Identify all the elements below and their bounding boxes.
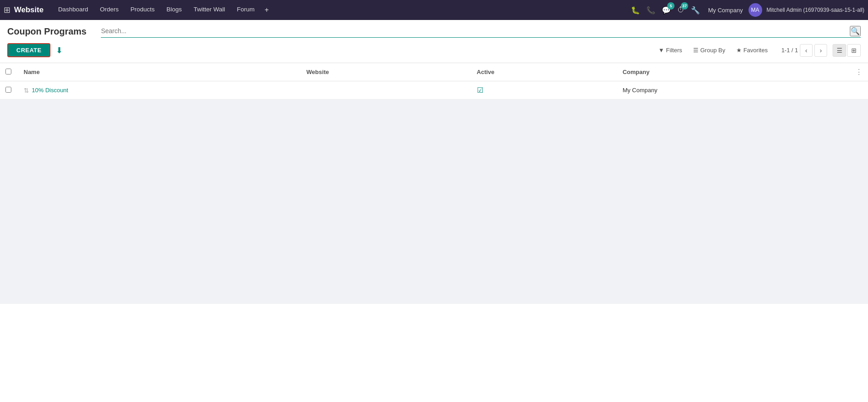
- company-col-label: Company: [623, 69, 650, 75]
- page-content: Coupon Programs 🔍 CREATE ⬇ ▼ Filters ☰ G…: [0, 20, 868, 402]
- star-icon: ★: [736, 47, 742, 54]
- search-area: 🔍: [101, 25, 861, 38]
- user-label: Mitchell Admin (16970939-saas-15-1-all): [767, 7, 864, 13]
- table-container: Name Website Active: [0, 63, 868, 99]
- nav-icons-group: 🐛 📞 💬5 ⏱37 🔧 My Company MA Mitchell Admi…: [629, 3, 864, 17]
- col-header-active[interactable]: Active: [471, 63, 617, 81]
- row-checkbox[interactable]: [5, 87, 11, 93]
- name-col-label: Name: [24, 69, 40, 75]
- create-button[interactable]: CREATE: [7, 43, 50, 57]
- list-view-button[interactable]: ☰: [833, 44, 846, 57]
- nav-item-blogs[interactable]: Blogs: [161, 4, 187, 16]
- row-more-cell: [850, 81, 868, 99]
- active-check-icon: ☑: [477, 86, 483, 94]
- settings-icon[interactable]: 🔧: [689, 4, 702, 16]
- row-company-cell: My Company: [617, 81, 850, 99]
- coupon-programs-table: Name Website Active: [0, 63, 868, 99]
- nav-item-products[interactable]: Products: [125, 4, 160, 16]
- empty-area: [0, 99, 868, 304]
- chat-icon[interactable]: 💬5: [660, 4, 673, 16]
- search-input[interactable]: [101, 25, 850, 36]
- row-active-cell[interactable]: ☑: [471, 81, 617, 99]
- nav-items: Dashboard Orders Products Blogs Twitter …: [53, 4, 624, 16]
- select-all-header[interactable]: [0, 63, 18, 81]
- website-col-label: Website: [307, 69, 329, 75]
- column-options-button[interactable]: ⋮: [855, 68, 863, 76]
- bug-icon[interactable]: 🐛: [629, 4, 642, 16]
- action-bar: CREATE ⬇ ▼ Filters ☰ Group By ★ Favorite…: [0, 41, 868, 63]
- next-page-button[interactable]: ›: [814, 44, 827, 57]
- groupby-icon: ☰: [693, 47, 699, 54]
- favorites-button[interactable]: ★ Favorites: [732, 45, 772, 55]
- prev-page-button[interactable]: ‹: [800, 44, 813, 57]
- col-header-company[interactable]: Company: [617, 63, 850, 81]
- select-all-checkbox[interactable]: [5, 69, 11, 74]
- filter-area: ▼ Filters ☰ Group By ★ Favorites 1-1 / 1…: [654, 44, 861, 57]
- filters-label: Filters: [666, 47, 682, 54]
- groupby-button[interactable]: ☰ Group By: [689, 45, 730, 55]
- company-name[interactable]: My Company: [708, 7, 743, 14]
- view-toggle: ☰ ⊞: [833, 44, 861, 57]
- col-header-more[interactable]: ⋮: [850, 63, 868, 81]
- row-website-cell: [301, 81, 471, 99]
- filters-button[interactable]: ▼ Filters: [654, 45, 686, 55]
- app-brand[interactable]: Website: [14, 5, 44, 15]
- row-handle-icon: ⇅: [24, 87, 29, 94]
- page-title: Coupon Programs: [7, 26, 86, 37]
- phone-icon[interactable]: 📞: [645, 4, 657, 16]
- col-header-website[interactable]: Website: [301, 63, 471, 81]
- top-navigation: ⊞ Website Dashboard Orders Products Blog…: [0, 0, 868, 20]
- nav-item-forum[interactable]: Forum: [232, 4, 260, 16]
- row-name-cell: ⇅ 10% Discount: [18, 81, 301, 99]
- nav-item-dashboard[interactable]: Dashboard: [53, 4, 94, 16]
- control-bar: Coupon Programs 🔍: [0, 20, 868, 41]
- kanban-view-button[interactable]: ⊞: [847, 44, 861, 57]
- row-name-link[interactable]: 10% Discount: [32, 87, 68, 94]
- nav-item-twitter-wall[interactable]: Twitter Wall: [188, 4, 230, 16]
- pagination-area: 1-1 / 1 ‹ › ☰ ⊞: [781, 44, 861, 57]
- groupby-label: Group By: [700, 47, 725, 54]
- pagination-info: 1-1 / 1: [781, 47, 798, 54]
- row-checkbox-cell[interactable]: [0, 81, 18, 99]
- filter-icon: ▼: [658, 47, 664, 54]
- chat-badge: 5: [667, 2, 675, 10]
- export-button[interactable]: ⬇: [54, 44, 64, 57]
- table-row: ⇅ 10% Discount ☑ My Company: [0, 81, 868, 99]
- col-header-name[interactable]: Name: [18, 63, 301, 81]
- nav-item-orders[interactable]: Orders: [94, 4, 124, 16]
- avatar[interactable]: MA: [749, 3, 762, 17]
- clock-icon[interactable]: ⏱37: [675, 4, 686, 16]
- clock-badge: 37: [681, 2, 688, 10]
- row-company-value: My Company: [623, 87, 658, 94]
- search-icon-button[interactable]: 🔍: [850, 26, 861, 36]
- favorites-label: Favorites: [744, 47, 768, 54]
- active-col-label: Active: [477, 69, 495, 75]
- grid-menu-icon[interactable]: ⊞: [4, 5, 10, 15]
- nav-add-button[interactable]: +: [261, 4, 273, 16]
